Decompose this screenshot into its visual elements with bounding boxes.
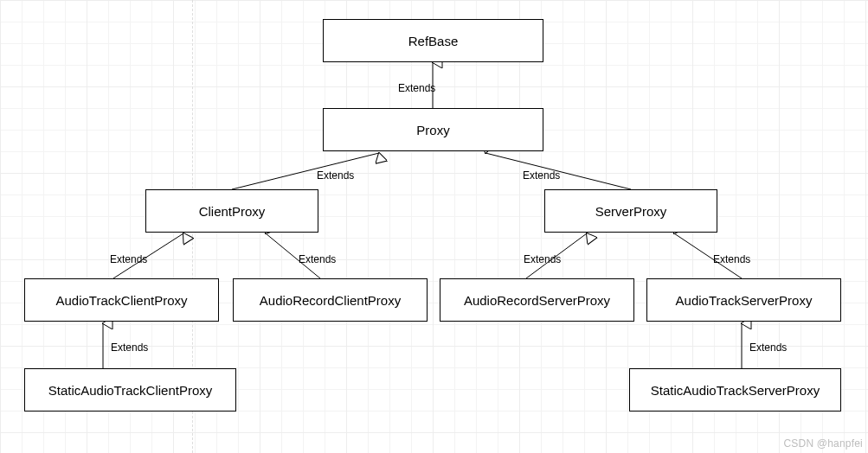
edge-label: Extends <box>299 253 336 265</box>
class-label: ServerProxy <box>595 204 667 219</box>
class-label: AudioRecordClientProxy <box>260 293 401 308</box>
class-label: AudioRecordServerProxy <box>464 293 610 308</box>
edge-label: Extends <box>317 169 354 182</box>
class-ServerProxy[interactable]: ServerProxy <box>544 189 717 233</box>
class-label: AudioTrackClientProxy <box>56 293 188 308</box>
edge-label: Extends <box>110 253 147 265</box>
class-StaticAudioTrackClientProxy[interactable]: StaticAudioTrackClientProxy <box>24 368 236 412</box>
class-ClientProxy[interactable]: ClientProxy <box>145 189 318 233</box>
svg-line-1 <box>232 153 379 189</box>
watermark: CSDN @hanpfei <box>784 437 864 450</box>
class-AudioTrackClientProxy[interactable]: AudioTrackClientProxy <box>24 278 219 322</box>
class-StaticAudioTrackServerProxy[interactable]: StaticAudioTrackServerProxy <box>629 368 841 412</box>
class-Proxy[interactable]: Proxy <box>323 108 543 151</box>
class-AudioRecordServerProxy[interactable]: AudioRecordServerProxy <box>440 278 634 322</box>
edge-label: Extends <box>749 341 787 354</box>
class-label: AudioTrackServerProxy <box>676 293 813 308</box>
class-RefBase[interactable]: RefBase <box>323 19 543 62</box>
edge-label: Extends <box>111 341 148 354</box>
edge-label: Extends <box>398 82 435 94</box>
class-label: StaticAudioTrackServerProxy <box>651 383 820 398</box>
edge-label: Extends <box>524 253 561 265</box>
edge-label: Extends <box>713 253 750 265</box>
class-AudioRecordClientProxy[interactable]: AudioRecordClientProxy <box>233 278 428 322</box>
class-label: RefBase <box>408 34 459 48</box>
class-label: StaticAudioTrackClientProxy <box>48 383 213 398</box>
edge-label: Extends <box>523 169 560 182</box>
class-label: ClientProxy <box>199 204 266 219</box>
class-AudioTrackServerProxy[interactable]: AudioTrackServerProxy <box>646 278 841 322</box>
class-label: Proxy <box>416 123 449 137</box>
